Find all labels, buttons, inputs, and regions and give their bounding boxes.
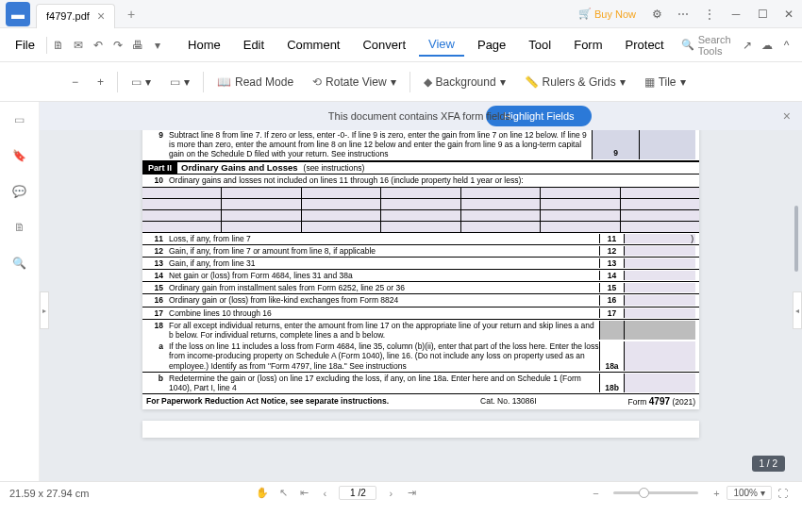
file-menu[interactable]: File bbox=[8, 38, 42, 52]
search-panel-icon[interactable]: 🔍 bbox=[9, 253, 30, 274]
close-window-button[interactable]: ✕ bbox=[776, 3, 802, 25]
pdf-page-2-preview bbox=[142, 421, 699, 438]
line-16-row: 16 Ordinary gain or (loss) from like-kin… bbox=[142, 293, 699, 306]
menu-home[interactable]: Home bbox=[178, 34, 230, 56]
menu-protect[interactable]: Protect bbox=[616, 34, 674, 56]
print-icon[interactable]: 🖶 bbox=[129, 34, 145, 57]
menu-convert[interactable]: Convert bbox=[353, 34, 415, 56]
save-icon[interactable]: 🗎 bbox=[51, 34, 67, 57]
background-icon: ◆ bbox=[424, 75, 432, 89]
line-14-row: 14 Net gain or (loss) from Form 4684, li… bbox=[142, 269, 699, 281]
kebab-menu-icon[interactable]: ⋮ bbox=[696, 3, 723, 25]
line-9-text: Subtract line 8 from line 7. If zero or … bbox=[169, 130, 592, 159]
select-tool-icon[interactable]: ↖ bbox=[273, 483, 293, 504]
attachments-icon[interactable]: 🗎 bbox=[9, 217, 30, 238]
search-tools[interactable]: 🔍 Search Tools bbox=[681, 34, 735, 57]
gift-icon[interactable]: ⚙ bbox=[643, 3, 670, 25]
cloud-icon[interactable]: ☁ bbox=[759, 34, 775, 57]
xfa-notification: This document contains XFA form fields. … bbox=[40, 102, 802, 130]
prev-page-button[interactable]: ‹ bbox=[314, 483, 335, 504]
tile-button[interactable]: ▦Tile▾ bbox=[639, 72, 692, 92]
menu-view[interactable]: View bbox=[419, 33, 464, 57]
line-11-value[interactable]: ) bbox=[624, 234, 695, 243]
line-18b-value[interactable] bbox=[624, 374, 695, 392]
line-17-value[interactable] bbox=[624, 308, 695, 318]
zoom-in-status[interactable]: + bbox=[706, 483, 727, 504]
line-17-row: 17 Combine lines 10 through 16 17 bbox=[142, 307, 699, 319]
line-15-row: 15 Ordinary gain from installment sales … bbox=[142, 281, 699, 293]
tile-icon: ▦ bbox=[644, 75, 655, 89]
zoom-out-button[interactable]: − bbox=[66, 72, 84, 92]
zoom-slider-thumb[interactable] bbox=[639, 488, 649, 498]
last-page-button[interactable]: ⇥ bbox=[401, 483, 422, 504]
expand-left-handle[interactable]: ▸ bbox=[40, 291, 49, 329]
close-tab-icon[interactable]: × bbox=[97, 8, 105, 24]
menu-comment[interactable]: Comment bbox=[277, 34, 349, 56]
undo-icon[interactable]: ↶ bbox=[91, 34, 107, 57]
background-button[interactable]: ◆Background▾ bbox=[418, 72, 511, 92]
form-footer: For Paperwork Reduction Act Notice, see … bbox=[142, 393, 699, 409]
pdf-page-1: Individuals, partners, S corporation sha… bbox=[142, 102, 699, 409]
more-icon[interactable]: ▾ bbox=[149, 34, 165, 57]
line-13-value[interactable] bbox=[624, 258, 695, 268]
line-9-value[interactable] bbox=[639, 130, 695, 159]
thumbnails-icon[interactable]: ▭ bbox=[9, 109, 30, 130]
menu-tool[interactable]: Tool bbox=[519, 34, 560, 56]
view-toolbar: − + ▭▾ ▭▾ 📖Read Mode ⟲Rotate View▾ ◆Back… bbox=[0, 62, 802, 102]
buy-now-link[interactable]: 🛒 Buy Now bbox=[578, 8, 636, 20]
menu-form[interactable]: Form bbox=[564, 34, 611, 56]
page-number-input[interactable] bbox=[339, 486, 376, 500]
rotate-view-button[interactable]: ⟲Rotate View▾ bbox=[307, 72, 401, 92]
layout-dropdown[interactable]: ▭▾ bbox=[164, 72, 195, 92]
app-icon: ▬ bbox=[6, 2, 30, 26]
line-12-value[interactable] bbox=[624, 246, 695, 256]
comments-icon[interactable]: 💬 bbox=[9, 181, 30, 202]
ruler-icon: 📏 bbox=[525, 75, 539, 89]
redo-icon[interactable]: ↷ bbox=[110, 34, 126, 57]
next-page-button[interactable]: › bbox=[380, 483, 401, 504]
line-12-row: 12 Gain, if any, from line 7 or amount f… bbox=[142, 244, 699, 257]
expand-right-handle[interactable]: ◂ bbox=[793, 291, 802, 329]
document-tab[interactable]: f4797.pdf × bbox=[36, 4, 115, 28]
line-9-num: 9 bbox=[146, 130, 169, 159]
zoom-slider[interactable] bbox=[613, 491, 698, 494]
zoom-percent-dropdown[interactable]: 100%▾ bbox=[727, 486, 772, 500]
fit-screen-icon[interactable]: ⛶ bbox=[772, 483, 793, 504]
bookmarks-icon[interactable]: 🔖 bbox=[9, 145, 30, 166]
sidebar: ▭ 🔖 💬 🗎 🔍 bbox=[0, 102, 40, 481]
titlebar: ▬ f4797.pdf × + 🛒 Buy Now ⚙ ⋯ ⋮ ─ ☐ ✕ bbox=[0, 0, 802, 28]
first-page-button[interactable]: ⇤ bbox=[293, 483, 314, 504]
zoom-out-status[interactable]: − bbox=[585, 483, 606, 504]
zoom-in-button[interactable]: + bbox=[92, 72, 109, 92]
book-icon: 📖 bbox=[217, 75, 231, 89]
notification-icon[interactable]: ⋯ bbox=[670, 3, 696, 25]
rotate-icon: ⟲ bbox=[312, 75, 322, 89]
share-icon[interactable]: ↗ bbox=[739, 34, 755, 57]
add-tab-button[interactable]: + bbox=[121, 4, 142, 25]
collapse-ribbon-icon[interactable]: ^ bbox=[778, 34, 794, 57]
hand-tool-icon[interactable]: ✋ bbox=[252, 483, 273, 504]
cart-icon: 🛒 bbox=[578, 8, 592, 20]
document-viewport[interactable]: This document contains XFA form fields. … bbox=[40, 102, 802, 481]
scrollbar-thumb[interactable] bbox=[794, 206, 798, 272]
line-11-row: 11 Loss, if any, from line 7 11 ) bbox=[142, 233, 699, 244]
rulers-grids-button[interactable]: 📏Rulers & Grids▾ bbox=[519, 72, 631, 92]
tab-title: f4797.pdf bbox=[46, 10, 90, 22]
mail-icon[interactable]: ✉ bbox=[71, 34, 87, 57]
menubar: File 🗎 ✉ ↶ ↷ 🖶 ▾ Home Edit Comment Conve… bbox=[0, 28, 802, 62]
minimize-button[interactable]: ─ bbox=[723, 3, 749, 25]
line-18a-value[interactable] bbox=[624, 341, 695, 371]
maximize-button[interactable]: ☐ bbox=[749, 3, 776, 25]
page-indicator: 1 / 2 bbox=[752, 456, 785, 472]
menu-page[interactable]: Page bbox=[468, 34, 515, 56]
read-mode-button[interactable]: 📖Read Mode bbox=[211, 72, 299, 92]
line-15-value[interactable] bbox=[624, 283, 695, 292]
fit-page-dropdown[interactable]: ▭▾ bbox=[125, 72, 157, 92]
line-14-value[interactable] bbox=[624, 271, 695, 280]
notification-text: This document contains XFA form fields. bbox=[328, 110, 513, 122]
line-13-row: 13 Gain, if any, from line 31 13 bbox=[142, 257, 699, 269]
main-area: ▭ 🔖 💬 🗎 🔍 This document contains XFA for… bbox=[0, 102, 802, 481]
close-notification-icon[interactable]: × bbox=[783, 108, 791, 124]
menu-edit[interactable]: Edit bbox=[234, 34, 274, 56]
line-16-value[interactable] bbox=[624, 295, 695, 305]
